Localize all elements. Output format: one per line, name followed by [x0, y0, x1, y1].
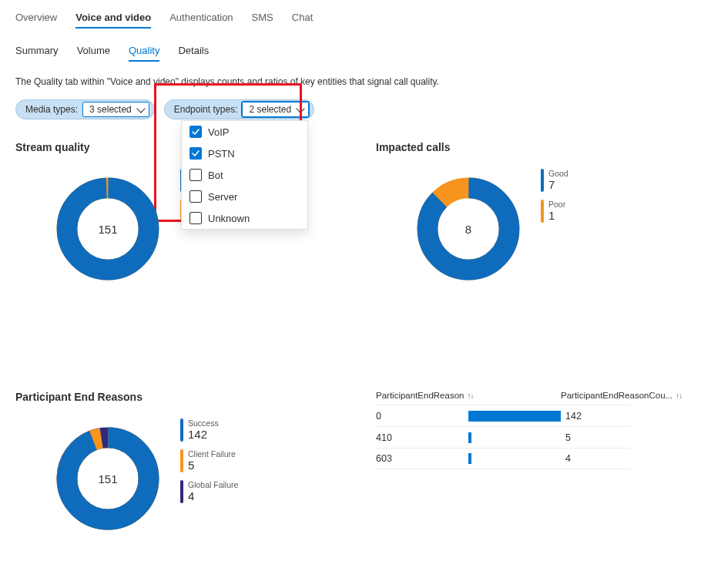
donut-center-value: 151 — [54, 175, 162, 283]
cell-count: 4 — [561, 453, 615, 464]
checkbox-icon — [189, 147, 202, 160]
table-header: ParticipantEndReason ↑↓ ParticipantEndRe… — [376, 391, 630, 405]
panel-impacted-calls: Impacted calls 8 Good7Poor1 — [376, 141, 706, 283]
endpoint-option-voip[interactable]: VoIP — [182, 121, 307, 143]
donut-participant-end-reasons: 151 — [54, 425, 162, 533]
filter-endpoint-select[interactable]: 2 selected — [242, 102, 309, 117]
cell-bar — [468, 453, 561, 464]
top-tab-chat[interactable]: Chat — [292, 12, 313, 28]
donut-center-value: 151 — [54, 425, 162, 533]
cell-bar — [468, 432, 561, 443]
table-row[interactable]: 0142 — [376, 405, 630, 426]
top-tab-authentication[interactable]: Authentication — [169, 12, 233, 28]
legend-value: 7 — [548, 178, 568, 192]
cell-count: 142 — [561, 411, 615, 422]
checkbox-icon — [189, 126, 202, 138]
table-row[interactable]: 4105 — [376, 426, 630, 448]
legend-value: 4 — [188, 489, 238, 503]
filter-media-select[interactable]: 3 selected — [82, 102, 149, 117]
checkbox-icon — [189, 190, 202, 203]
legend-label: Poor — [548, 200, 565, 209]
table-row[interactable]: 6034 — [376, 448, 630, 469]
filter-endpoint-types[interactable]: Endpoint types: 2 selected VoIPPSTNBotSe… — [164, 99, 314, 119]
endpoint-option-server[interactable]: Server — [182, 186, 307, 207]
option-label: Server — [208, 191, 237, 203]
donut-center-value: 8 — [414, 175, 522, 283]
sub-tab-volume[interactable]: Volume — [77, 45, 110, 61]
col-count-label: ParticipantEndReasonCou... — [561, 391, 672, 400]
cell-reason: 410 — [376, 432, 468, 443]
filter-endpoint-value: 2 selected — [249, 104, 291, 115]
upper-grid: Stream quality 151 Good150Poor1 Impacted… — [15, 141, 706, 283]
panel-participant-end-reasons: Participant End Reasons 151 Success142Cl… — [15, 391, 345, 533]
top-tab-overview[interactable]: Overview — [15, 12, 57, 28]
option-label: Bot — [208, 170, 223, 181]
legend-value: 5 — [188, 459, 236, 472]
lower-grid: Participant End Reasons 151 Success142Cl… — [15, 391, 706, 533]
legend-item: Success142 — [180, 418, 238, 442]
top-tab-sms[interactable]: SMS — [252, 12, 273, 28]
col-reason[interactable]: ParticipantEndReason ↑↓ — [376, 391, 468, 400]
legend-color-swatch — [541, 200, 544, 223]
option-label: Unknown — [208, 213, 250, 224]
legend-impacted-calls: Good7Poor1 — [541, 169, 568, 223]
sort-icon: ↑↓ — [467, 391, 473, 400]
filter-media-value: 3 selected — [89, 104, 132, 115]
top-tab-voice-and-video[interactable]: Voice and video — [75, 12, 151, 28]
col-reason-label: ParticipantEndReason — [376, 391, 464, 400]
cell-count: 5 — [561, 432, 615, 443]
checkbox-icon — [189, 212, 202, 224]
donut-impacted-calls: 8 — [414, 175, 522, 283]
legend-label: Success — [188, 418, 219, 428]
panel-title: Impacted calls — [376, 141, 706, 153]
legend-label: Client Failure — [188, 449, 236, 459]
donut-stream-quality: 151 — [54, 175, 162, 283]
legend-color-swatch — [180, 449, 183, 472]
option-label: PSTN — [208, 148, 235, 160]
legend-value: 1 — [548, 209, 565, 223]
checkbox-icon — [189, 169, 202, 181]
legend-label: Good — [548, 169, 568, 178]
sort-icon: ↑↓ — [676, 391, 682, 400]
legend-participant-end-reasons: Success142Client Failure5Global Failure4 — [180, 418, 238, 503]
legend-item: Global Failure4 — [180, 480, 238, 503]
legend-label: Global Failure — [188, 480, 238, 489]
chevron-down-icon — [297, 104, 305, 113]
filter-media-label: Media types: — [25, 104, 78, 115]
legend-color-swatch — [541, 169, 544, 192]
cell-reason: 0 — [376, 411, 468, 422]
endpoint-option-bot[interactable]: Bot — [182, 164, 307, 186]
legend-item: Poor1 — [541, 200, 568, 223]
sub-tabs: SummaryVolumeQualityDetails — [15, 45, 706, 61]
chevron-down-icon — [136, 104, 145, 113]
legend-color-swatch — [180, 480, 183, 503]
quality-description: The Quality tab within "Voice and video"… — [15, 76, 706, 87]
option-label: VoIP — [208, 126, 229, 138]
legend-item: Good7 — [541, 169, 568, 192]
panel-title: Participant End Reasons — [15, 391, 345, 403]
legend-color-swatch — [180, 418, 183, 442]
sub-tab-summary[interactable]: Summary — [15, 45, 59, 61]
endpoint-option-unknown[interactable]: Unknown — [182, 207, 307, 229]
table-participant-end-reason: ParticipantEndReason ↑↓ ParticipantEndRe… — [376, 391, 630, 533]
endpoint-option-pstn[interactable]: PSTN — [182, 143, 307, 164]
legend-value: 142 — [188, 428, 219, 442]
col-count[interactable]: ParticipantEndReasonCou... ↑↓ — [561, 391, 615, 400]
sub-tab-quality[interactable]: Quality — [129, 45, 159, 61]
filter-bar: Media types: 3 selected Endpoint types: … — [15, 99, 706, 119]
filter-endpoint-label: Endpoint types: — [174, 104, 238, 115]
cell-bar — [468, 411, 561, 422]
filter-media-types[interactable]: Media types: 3 selected — [15, 99, 155, 119]
top-tabs: OverviewVoice and videoAuthenticationSMS… — [15, 6, 706, 28]
endpoint-dropdown: VoIPPSTNBotServerUnknown — [181, 120, 308, 230]
legend-item: Client Failure5 — [180, 449, 238, 472]
cell-reason: 603 — [376, 453, 468, 464]
sub-tab-details[interactable]: Details — [178, 45, 209, 61]
